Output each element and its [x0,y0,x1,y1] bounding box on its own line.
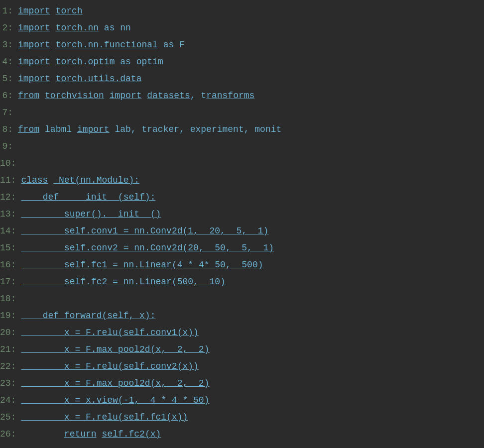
line-content-23: x = F.max_pool2d(x, 2, 2) [21,377,209,389]
line-num-17: 17: [0,276,21,288]
line-num-7: 7: [0,107,18,118]
code-line-9: 9: [0,139,484,156]
code-line-2: 2: import torch.nn as nn [0,21,484,38]
line-num-22: 22: [0,360,21,372]
line-content-26: return self.fc2(x) [21,428,161,440]
line-num-10: 10: [0,157,21,169]
code-line-14: 14: self.conv1 = nn.Conv2d(1, 20, 5, 1) [0,224,484,241]
line-num-15: 15: [0,242,21,254]
code-line-16: 16: self.fc1 = nn.Linear(4 * 4* 50, 500) [0,258,484,275]
code-line-23: 23: x = F.max_pool2d(x, 2, 2) [0,376,484,393]
code-line-25: 25: x = F.relu(self.fc1(x)) [0,410,484,427]
line-num-4: 4: [0,56,18,68]
code-line-18: 18: [0,292,484,309]
code-line-11: 11: class Net(nn.Module): [0,173,484,190]
code-line-5: 5: import torch.utils.data [0,72,484,89]
code-line-15: 15: self.conv2 = nn.Conv2d(20, 50, 5, 1) [0,241,484,258]
code-line-12: 12: def __init__(self): [0,190,484,207]
line-num-19: 19: [0,310,21,322]
line-content-2: import torch.nn as nn [18,22,131,34]
line-content-8: from labml import lab, tracker, experime… [18,123,281,135]
line-content-5: import torch.utils.data [18,73,141,85]
line-content-24: x = x.view(-1, 4 * 4 * 50) [21,394,209,406]
line-num-5: 5: [0,73,18,85]
code-line-21: 21: x = F.max_pool2d(x, 2, 2) [0,342,484,359]
line-num-18: 18: [0,293,21,305]
line-content-22: x = F.relu(self.conv2(x)) [21,360,198,372]
line-num-13: 13: [0,208,21,220]
line-num-16: 16: [0,259,21,271]
code-line-3: 3: import torch.nn.functional as F [0,38,484,55]
line-num-20: 20: [0,327,21,338]
line-num-12: 12: [0,191,21,203]
line-num-3: 3: [0,39,18,51]
line-num-21: 21: [0,343,21,355]
code-line-7: 7: [0,106,484,122]
line-num-11: 11: [0,174,21,186]
line-content-4: import torch.optim as optim [18,56,163,68]
code-editor: 1: import torch 2: import torch.nn as nn… [0,0,484,448]
code-line-19: 19: def forward(self, x): [0,309,484,326]
line-content-13: super().__init__() [21,208,161,220]
line-num-25: 25: [0,411,21,423]
code-line-1: 1: import torch [0,4,484,21]
code-line-13: 13: super().__init__() [0,207,484,224]
line-num-6: 6: [0,90,18,102]
line-num-14: 14: [0,225,21,237]
line-num-26: 26: [0,428,21,440]
line-content-20: x = F.relu(self.conv1(x)) [21,327,198,338]
line-content-6: from torchvision import datasets, transf… [18,90,254,102]
line-content-21: x = F.max_pool2d(x, 2, 2) [21,343,209,355]
code-line-22: 22: x = F.relu(self.conv2(x)) [0,359,484,376]
line-content-1: import torch [18,5,83,17]
line-content-19: def forward(self, x): [21,310,155,322]
code-line-17: 17: self.fc2 = nn.Linear(500, 10) [0,275,484,292]
line-content-16: self.fc1 = nn.Linear(4 * 4* 50, 500) [21,259,263,271]
code-line-8: 8: from labml import lab, tracker, exper… [0,122,484,139]
line-content-14: self.conv1 = nn.Conv2d(1, 20, 5, 1) [21,225,268,237]
line-content-12: def __init__(self): [21,191,155,203]
line-num-9: 9: [0,140,18,152]
code-line-20: 20: x = F.relu(self.conv1(x)) [0,326,484,342]
line-content-11: class Net(nn.Module): [21,174,139,186]
code-line-26: 26: return self.fc2(x) [0,427,484,444]
line-num-8: 8: [0,123,18,135]
line-content-3: import torch.nn.functional as F [18,39,185,51]
line-num-24: 24: [0,394,21,406]
code-line-6: 6: from torchvision import datasets, tra… [0,89,484,106]
line-content-15: self.conv2 = nn.Conv2d(20, 50, 5, 1) [21,242,274,254]
line-num-1: 1: [0,5,18,17]
line-content-17: self.fc2 = nn.Linear(500, 10) [21,276,226,288]
line-num-23: 23: [0,377,21,389]
code-line-24: 24: x = x.view(-1, 4 * 4 * 50) [0,393,484,410]
code-line-4: 4: import torch.optim as optim [0,55,484,72]
line-content-25: x = F.relu(self.fc1(x)) [21,411,188,423]
code-line-10: 10: [0,156,484,173]
line-num-2: 2: [0,22,18,34]
